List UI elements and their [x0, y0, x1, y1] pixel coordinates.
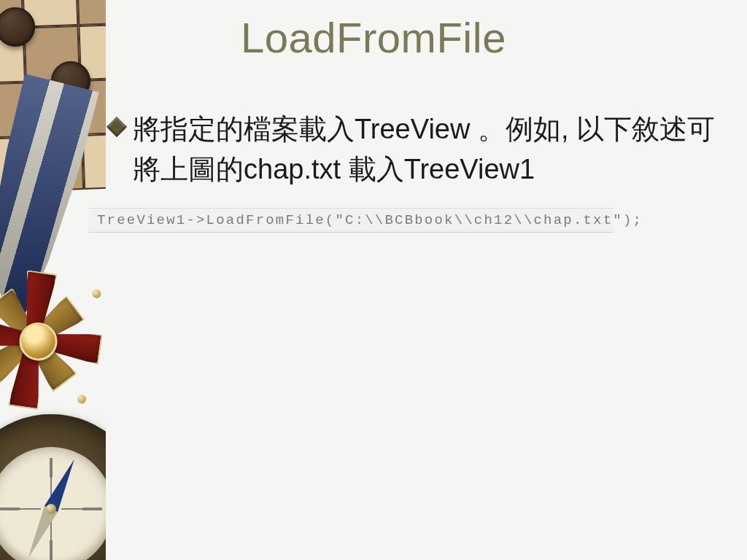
- bullet-diamond-icon: [107, 117, 127, 137]
- code-snippet-text: TreeView1->LoadFromFile("C:\\BCBbook\\ch…: [97, 212, 643, 228]
- bullet-text: 將指定的檔案載入TreeView 。例如, 以下敘述可將上圖的chap.txt …: [133, 109, 718, 190]
- compass-icon: [0, 414, 106, 560]
- slide-body: 將指定的檔案載入TreeView 。例如, 以下敘述可將上圖的chap.txt …: [109, 109, 718, 190]
- decorative-left-band: [0, 0, 106, 560]
- slide-title: LoadFromFile: [0, 13, 747, 62]
- medal-icon: [0, 269, 106, 409]
- slide: LoadFromFile 將指定的檔案載入TreeView 。例如, 以下敘述可…: [0, 0, 747, 560]
- bullet-item: 將指定的檔案載入TreeView 。例如, 以下敘述可將上圖的chap.txt …: [109, 109, 718, 190]
- code-snippet-bar: TreeView1->LoadFromFile("C:\\BCBbook\\ch…: [88, 208, 614, 233]
